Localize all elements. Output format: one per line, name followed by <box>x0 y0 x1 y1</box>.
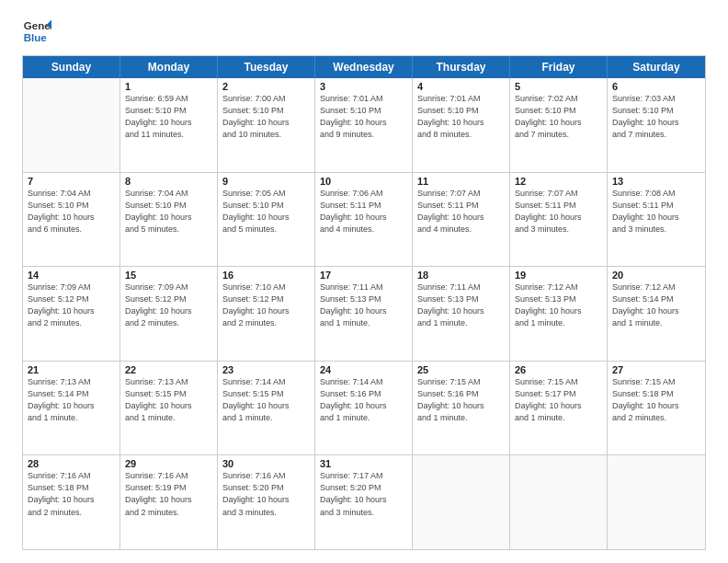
weekday-header: Saturday <box>608 56 705 78</box>
calendar-cell <box>608 455 705 549</box>
calendar-cell: 2Sunrise: 7:00 AM Sunset: 5:10 PM Daylig… <box>218 78 315 172</box>
calendar-cell: 11Sunrise: 7:07 AM Sunset: 5:11 PM Dayli… <box>413 173 510 267</box>
calendar-cell <box>413 455 510 549</box>
day-number: 6 <box>612 81 700 92</box>
day-number: 31 <box>320 458 407 469</box>
day-number: 1 <box>125 81 212 92</box>
day-info: Sunrise: 7:12 AM Sunset: 5:14 PM Dayligh… <box>612 282 700 329</box>
svg-text:General: General <box>24 20 51 31</box>
day-info: Sunrise: 7:04 AM Sunset: 5:10 PM Dayligh… <box>125 188 212 236</box>
calendar-cell: 19Sunrise: 7:12 AM Sunset: 5:13 PM Dayli… <box>510 267 608 361</box>
calendar: SundayMondayTuesdayWednesdayThursdayFrid… <box>22 55 706 550</box>
calendar-cell: 28Sunrise: 7:16 AM Sunset: 5:18 PM Dayli… <box>23 455 120 549</box>
day-number: 7 <box>28 176 115 187</box>
calendar-cell: 27Sunrise: 7:15 AM Sunset: 5:18 PM Dayli… <box>608 362 705 455</box>
calendar-cell: 10Sunrise: 7:06 AM Sunset: 5:11 PM Dayli… <box>315 173 413 267</box>
day-info: Sunrise: 7:06 AM Sunset: 5:11 PM Dayligh… <box>320 188 407 236</box>
calendar-header: SundayMondayTuesdayWednesdayThursdayFrid… <box>23 56 705 78</box>
weekday-header: Friday <box>510 56 608 78</box>
day-info: Sunrise: 6:59 AM Sunset: 5:10 PM Dayligh… <box>125 93 212 141</box>
calendar-cell: 6Sunrise: 7:03 AM Sunset: 5:10 PM Daylig… <box>608 78 705 172</box>
weekday-header: Wednesday <box>315 56 413 78</box>
day-info: Sunrise: 7:02 AM Sunset: 5:10 PM Dayligh… <box>515 93 602 141</box>
calendar-row: 7Sunrise: 7:04 AM Sunset: 5:10 PM Daylig… <box>23 172 705 267</box>
day-info: Sunrise: 7:13 AM Sunset: 5:15 PM Dayligh… <box>125 376 212 424</box>
day-number: 26 <box>515 364 602 375</box>
day-number: 18 <box>417 270 505 281</box>
day-info: Sunrise: 7:16 AM Sunset: 5:19 PM Dayligh… <box>125 470 212 518</box>
calendar-cell: 4Sunrise: 7:01 AM Sunset: 5:10 PM Daylig… <box>413 78 510 172</box>
day-info: Sunrise: 7:07 AM Sunset: 5:11 PM Dayligh… <box>417 188 505 236</box>
calendar-cell: 12Sunrise: 7:07 AM Sunset: 5:11 PM Dayli… <box>510 173 608 267</box>
calendar-cell: 13Sunrise: 7:08 AM Sunset: 5:11 PM Dayli… <box>608 173 705 267</box>
calendar-cell: 5Sunrise: 7:02 AM Sunset: 5:10 PM Daylig… <box>510 78 608 172</box>
day-number: 21 <box>28 364 115 375</box>
day-info: Sunrise: 7:16 AM Sunset: 5:18 PM Dayligh… <box>28 470 115 518</box>
day-info: Sunrise: 7:12 AM Sunset: 5:13 PM Dayligh… <box>515 282 602 329</box>
calendar-cell: 31Sunrise: 7:17 AM Sunset: 5:20 PM Dayli… <box>315 455 413 549</box>
day-info: Sunrise: 7:14 AM Sunset: 5:15 PM Dayligh… <box>222 376 310 424</box>
calendar-cell: 17Sunrise: 7:11 AM Sunset: 5:13 PM Dayli… <box>315 267 413 361</box>
day-info: Sunrise: 7:11 AM Sunset: 5:13 PM Dayligh… <box>417 282 505 329</box>
calendar-cell: 23Sunrise: 7:14 AM Sunset: 5:15 PM Dayli… <box>218 362 315 455</box>
calendar-cell: 14Sunrise: 7:09 AM Sunset: 5:12 PM Dayli… <box>23 267 120 361</box>
day-info: Sunrise: 7:15 AM Sunset: 5:16 PM Dayligh… <box>417 376 505 424</box>
calendar-cell: 22Sunrise: 7:13 AM Sunset: 5:15 PM Dayli… <box>120 362 218 455</box>
calendar-row: 14Sunrise: 7:09 AM Sunset: 5:12 PM Dayli… <box>23 266 705 361</box>
calendar-row: 21Sunrise: 7:13 AM Sunset: 5:14 PM Dayli… <box>23 361 705 455</box>
calendar-cell: 3Sunrise: 7:01 AM Sunset: 5:10 PM Daylig… <box>315 78 413 172</box>
day-number: 17 <box>320 270 407 281</box>
day-number: 25 <box>417 364 505 375</box>
calendar-cell: 29Sunrise: 7:16 AM Sunset: 5:19 PM Dayli… <box>120 455 218 549</box>
calendar-cell: 21Sunrise: 7:13 AM Sunset: 5:14 PM Dayli… <box>23 362 120 455</box>
calendar-cell: 20Sunrise: 7:12 AM Sunset: 5:14 PM Dayli… <box>608 267 705 361</box>
calendar-cell <box>510 455 608 549</box>
day-info: Sunrise: 7:00 AM Sunset: 5:10 PM Dayligh… <box>222 93 310 141</box>
day-info: Sunrise: 7:05 AM Sunset: 5:10 PM Dayligh… <box>222 188 310 236</box>
day-info: Sunrise: 7:03 AM Sunset: 5:10 PM Dayligh… <box>612 93 700 141</box>
calendar-cell: 15Sunrise: 7:09 AM Sunset: 5:12 PM Dayli… <box>120 267 218 361</box>
calendar-body: 1Sunrise: 6:59 AM Sunset: 5:10 PM Daylig… <box>23 78 705 549</box>
logo: General Blue <box>22 17 51 46</box>
day-number: 27 <box>612 364 700 375</box>
weekday-header: Sunday <box>23 56 120 78</box>
day-number: 14 <box>28 270 115 281</box>
calendar-row: 28Sunrise: 7:16 AM Sunset: 5:18 PM Dayli… <box>23 454 705 549</box>
day-info: Sunrise: 7:14 AM Sunset: 5:16 PM Dayligh… <box>320 376 407 424</box>
calendar-cell: 16Sunrise: 7:10 AM Sunset: 5:12 PM Dayli… <box>218 267 315 361</box>
day-number: 24 <box>320 364 407 375</box>
day-info: Sunrise: 7:16 AM Sunset: 5:20 PM Dayligh… <box>222 470 310 518</box>
weekday-header: Tuesday <box>218 56 315 78</box>
calendar-cell: 18Sunrise: 7:11 AM Sunset: 5:13 PM Dayli… <box>413 267 510 361</box>
day-number: 9 <box>222 176 310 187</box>
day-number: 4 <box>417 81 505 92</box>
weekday-header: Monday <box>120 56 218 78</box>
day-info: Sunrise: 7:09 AM Sunset: 5:12 PM Dayligh… <box>28 282 115 329</box>
day-number: 30 <box>222 458 310 469</box>
day-number: 19 <box>515 270 602 281</box>
calendar-cell: 30Sunrise: 7:16 AM Sunset: 5:20 PM Dayli… <box>218 455 315 549</box>
day-number: 2 <box>222 81 310 92</box>
day-number: 13 <box>612 176 700 187</box>
day-info: Sunrise: 7:15 AM Sunset: 5:17 PM Dayligh… <box>515 376 602 424</box>
calendar-row: 1Sunrise: 6:59 AM Sunset: 5:10 PM Daylig… <box>23 78 705 172</box>
day-info: Sunrise: 7:08 AM Sunset: 5:11 PM Dayligh… <box>612 188 700 236</box>
day-number: 16 <box>222 270 310 281</box>
day-info: Sunrise: 7:01 AM Sunset: 5:10 PM Dayligh… <box>320 93 407 141</box>
header: General Blue <box>22 17 706 46</box>
day-info: Sunrise: 7:01 AM Sunset: 5:10 PM Dayligh… <box>417 93 505 141</box>
calendar-cell: 24Sunrise: 7:14 AM Sunset: 5:16 PM Dayli… <box>315 362 413 455</box>
day-number: 29 <box>125 458 212 469</box>
svg-text:Blue: Blue <box>24 32 48 43</box>
calendar-cell: 1Sunrise: 6:59 AM Sunset: 5:10 PM Daylig… <box>120 78 218 172</box>
day-info: Sunrise: 7:10 AM Sunset: 5:12 PM Dayligh… <box>222 282 310 329</box>
calendar-cell: 26Sunrise: 7:15 AM Sunset: 5:17 PM Dayli… <box>510 362 608 455</box>
page: General Blue SundayMondayTuesdayWednesda… <box>0 0 728 563</box>
day-number: 11 <box>417 176 505 187</box>
day-number: 8 <box>125 176 212 187</box>
day-number: 12 <box>515 176 602 187</box>
calendar-cell: 8Sunrise: 7:04 AM Sunset: 5:10 PM Daylig… <box>120 173 218 267</box>
day-number: 15 <box>125 270 212 281</box>
weekday-header: Thursday <box>413 56 510 78</box>
day-info: Sunrise: 7:04 AM Sunset: 5:10 PM Dayligh… <box>28 188 115 236</box>
